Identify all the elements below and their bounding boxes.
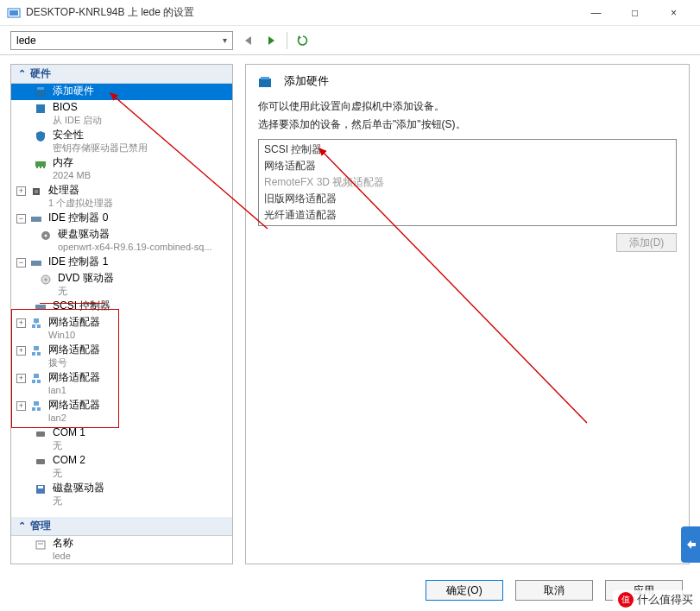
svg-marker-3 [268, 36, 274, 45]
svg-point-19 [45, 279, 47, 281]
hardware-section-label: 硬件 [30, 66, 51, 81]
tree-network-adapter-3[interactable]: + 网络适配器lan1 [11, 370, 232, 398]
svg-rect-10 [40, 167, 41, 168]
details-desc1: 你可以使用此设置向虚拟机中添加设备。 [258, 99, 677, 114]
tree-item-label: DVD 驱动器 [58, 272, 114, 285]
tree-item-label: 网络适配器 [48, 399, 100, 412]
details-title-row: 添加硬件 [258, 73, 677, 89]
tree-network-adapter-1[interactable]: + 网络适配器Win10 [11, 315, 232, 343]
expander-icon[interactable]: + [16, 186, 26, 196]
svg-rect-26 [32, 352, 35, 356]
svg-rect-6 [37, 87, 44, 90]
tree-com1[interactable]: COM 1无 [11, 425, 232, 453]
tree-memory[interactable]: 内存2024 MB [11, 155, 232, 183]
device-option-legacy-network[interactable]: 旧版网络适配器 [261, 191, 674, 207]
tree-processor[interactable]: + 处理器1 个虚拟处理器 [11, 183, 232, 211]
network-icon [29, 400, 43, 413]
add-device-button[interactable]: 添加(D) [616, 233, 677, 252]
svg-rect-28 [34, 374, 39, 378]
svg-rect-33 [37, 407, 41, 411]
tree-item-label: 网络适配器 [48, 371, 100, 384]
svg-rect-11 [43, 167, 45, 168]
nav-prev-button[interactable] [242, 34, 255, 47]
tree-bios[interactable]: BIOS从 IDE 启动 [11, 100, 232, 128]
tree-item-label: BIOS [53, 101, 102, 114]
tree-item-sublabel: 无 [53, 494, 104, 507]
svg-rect-7 [36, 104, 45, 113]
tree-floppy[interactable]: 磁盘驱动器无 [11, 481, 232, 508]
nav-next-button[interactable] [264, 34, 278, 47]
svg-rect-40 [259, 79, 271, 87]
controller-icon [34, 300, 47, 314]
tree-add-hardware[interactable]: 添加硬件 [11, 84, 232, 100]
tree-name[interactable]: 名称lede [11, 536, 232, 564]
chevron-down-icon: ▾ [223, 35, 227, 45]
side-tab-icon[interactable] [681, 526, 700, 563]
network-icon [29, 317, 43, 331]
svg-rect-22 [32, 324, 35, 328]
management-section-label: 管理 [30, 519, 51, 533]
expander-icon[interactable]: + [16, 401, 26, 411]
expander-icon[interactable]: − [16, 258, 26, 268]
tree-network-adapter-2[interactable]: + 网络适配器拨号 [11, 343, 232, 370]
expander-icon[interactable]: − [16, 214, 26, 224]
toolbar: lede ▾ [0, 26, 700, 55]
tree-item-sublabel: 2024 MB [53, 169, 91, 182]
cancel-button[interactable]: 取消 [515, 580, 593, 601]
tree-item-sublabel: 拨号 [48, 356, 100, 369]
svg-rect-38 [36, 541, 45, 549]
tree-dvd[interactable]: DVD 驱动器无 [11, 271, 232, 299]
device-option-network[interactable]: 网络适配器 [261, 158, 674, 174]
tree-network-adapter-4[interactable]: + 网络适配器lan2 [11, 398, 232, 425]
details-desc2: 选择要添加的设备，然后单击"添加"按钮(S)。 [258, 117, 677, 132]
chevron-up-icon: ⌃ [16, 520, 27, 532]
titlebar: DESKTOP-KNRL94B 上 lede 的设置 — □ × [0, 0, 700, 26]
vm-selector-value: lede [16, 35, 36, 47]
com-port-icon [34, 455, 47, 469]
expander-icon[interactable]: + [16, 346, 26, 356]
vm-selector-combo[interactable]: lede ▾ [10, 31, 233, 50]
tree-ide0[interactable]: − IDE 控制器 0 [11, 211, 232, 227]
tree-hdd[interactable]: 硬盘驱动器openwrt-x64-R9.6.19-combined-sq... [11, 227, 232, 255]
com-port-icon [34, 427, 47, 441]
available-devices-list[interactable]: SCSI 控制器 网络适配器 RemoteFX 3D 视频适配器 旧版网络适配器… [258, 139, 677, 226]
svg-point-16 [45, 235, 47, 237]
svg-rect-13 [35, 190, 38, 193]
ok-button[interactable]: 确定(O) [426, 580, 503, 601]
tree-item-label: 安全性 [53, 129, 148, 142]
svg-rect-14 [31, 217, 41, 222]
tree-com2[interactable]: COM 2无 [11, 453, 232, 481]
device-option-fiber[interactable]: 光纤通道适配器 [261, 207, 674, 224]
expander-icon[interactable]: + [16, 374, 26, 383]
svg-rect-34 [36, 431, 45, 437]
minimize-button[interactable]: — [577, 0, 615, 25]
watermark-icon: 值 [618, 592, 634, 608]
svg-rect-37 [38, 486, 43, 488]
maximize-button[interactable]: □ [615, 0, 654, 25]
tree-item-label: IDE 控制器 1 [48, 255, 108, 268]
tree-item-sublabel: 密钥存储驱动器已禁用 [53, 142, 148, 154]
svg-rect-8 [35, 161, 46, 167]
management-section-header[interactable]: ⌃ 管理 [11, 517, 232, 536]
close-button[interactable]: × [654, 0, 693, 25]
controller-icon [29, 212, 43, 226]
hardware-section-header[interactable]: ⌃ 硬件 [11, 65, 232, 84]
tree-scsi[interactable]: SCSI 控制器 [11, 299, 232, 315]
tree-item-label: 网络适配器 [48, 316, 100, 329]
expander-icon[interactable]: + [16, 318, 26, 328]
tree-item-sublabel: openwrt-x64-R9.6.19-combined-sq... [58, 241, 212, 254]
tree-item-label: COM 2 [53, 454, 85, 467]
device-option-scsi[interactable]: SCSI 控制器 [261, 142, 674, 158]
svg-rect-27 [37, 352, 41, 356]
floppy-icon [34, 482, 47, 496]
controller-icon [29, 256, 43, 270]
device-option-remotefx[interactable]: RemoteFX 3D 视频适配器 [261, 174, 674, 191]
refresh-button[interactable] [296, 34, 310, 47]
tree-ide1[interactable]: − IDE 控制器 1 [11, 255, 232, 271]
tree-item-label: 网络适配器 [48, 343, 100, 356]
tree-security[interactable]: 安全性密钥存储驱动器已禁用 [11, 128, 232, 155]
watermark-text: 什么值得买 [637, 592, 693, 608]
tree-item-sublabel: 从 IDE 启动 [53, 114, 102, 127]
svg-rect-25 [34, 346, 39, 350]
network-icon [29, 372, 43, 386]
